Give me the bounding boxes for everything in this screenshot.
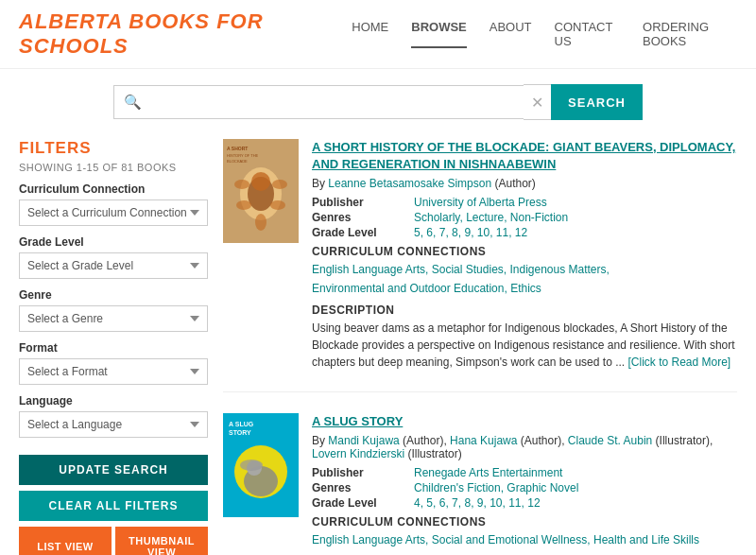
curr-health[interactable]: Health and Life Skills <box>593 533 699 546</box>
search-bar: 🔍 ✕ SEARCH <box>113 84 643 120</box>
filter-curriculum-select[interactable]: Select a Curriculum Connection <box>19 199 208 226</box>
genre-scholarly[interactable]: Scholarly <box>414 211 459 224</box>
nav-about[interactable]: ABOUT <box>490 20 532 48</box>
grade-value: 4, 5, 6, 7, 8, 9, 10, 11, 12 <box>414 496 737 510</box>
list-view-button[interactable]: LIST VIEW <box>19 527 112 555</box>
book-title[interactable]: A SHORT HISTORY OF THE BLOCKADE: GIANT B… <box>312 139 737 173</box>
grade-label: Grade Level <box>312 226 406 239</box>
thumbnail-view-button[interactable]: THUMBNAIL VIEW <box>115 527 208 555</box>
filter-language-select[interactable]: Select a Language <box>19 411 208 438</box>
book-title[interactable]: A SLUG STORY <box>312 413 737 430</box>
filters-title: FILTERS <box>19 139 208 158</box>
book-meta: Publisher University of Alberta Press Ge… <box>312 196 737 239</box>
curriculum-links: English Language Arts, Social Studies, I… <box>312 261 737 297</box>
grade-5[interactable]: 5 <box>414 226 421 239</box>
grade-12[interactable]: 12 <box>515 226 527 239</box>
publisher-value: Renegade Arts Entertainment <box>414 466 737 479</box>
read-more-link[interactable]: [Click to Read More] <box>628 356 731 369</box>
grade-7[interactable]: 7 <box>439 226 446 239</box>
curriculum-head: CURRICULUM CONNECTIONS <box>312 515 737 529</box>
grade-11[interactable]: 11 <box>496 226 508 239</box>
filter-language: Language Select a Language <box>19 394 208 438</box>
svg-point-5 <box>272 180 287 189</box>
grade-value: 5, 6, 7, 8, 9, 10, 11, 12 <box>414 226 737 239</box>
grade-4[interactable]: 4 <box>414 496 421 510</box>
genre-childrens[interactable]: Children's Fiction <box>414 481 501 494</box>
publisher-link[interactable]: Renegade Arts Entertainment <box>414 466 562 479</box>
filter-grade: Grade Level Select a Grade Level <box>19 235 208 279</box>
author-mandi[interactable]: Mandi Kujawa <box>328 434 399 447</box>
curr-indigenous[interactable]: Indigenous Matters <box>509 263 606 276</box>
svg-point-7 <box>270 200 285 210</box>
author-hana[interactable]: Hana Kujawa <box>450 434 517 447</box>
nav-browse[interactable]: BROWSE <box>411 20 467 48</box>
curriculum-links: English Language Arts, Social and Emotio… <box>312 531 737 549</box>
svg-point-3 <box>251 172 270 191</box>
genre-lecture[interactable]: Lecture <box>466 211 504 224</box>
filter-language-label: Language <box>19 394 208 408</box>
curr-ela[interactable]: English Language Arts <box>312 263 425 276</box>
author-claude[interactable]: Claude St. Aubin <box>568 434 652 447</box>
search-button[interactable]: SEARCH <box>551 84 643 120</box>
filter-genre-select[interactable]: Select a Genre <box>19 305 208 332</box>
filter-genre-label: Genre <box>19 288 208 302</box>
book-cover-image: A SLUG STORY <box>223 413 299 517</box>
book-item: A SHORT HISTORY OF THE BLOCKADE A SHORT … <box>223 139 737 392</box>
book-cover: A SHORT HISTORY OF THE BLOCKADE <box>223 139 299 371</box>
book-item: A SLUG STORY A SLUG STORY By Mandi Kujaw… <box>223 413 737 555</box>
genre-nonfiction[interactable]: Non-Fiction <box>510 211 568 224</box>
filter-grade-label: Grade Level <box>19 235 208 249</box>
nav-ordering[interactable]: ORDERING BOOKS <box>643 20 737 48</box>
publisher-link[interactable]: University of Alberta Press <box>414 196 547 209</box>
grade-7[interactable]: 7 <box>452 496 458 510</box>
search-input[interactable] <box>147 95 514 110</box>
nav-home[interactable]: HOME <box>352 20 388 48</box>
search-icon: 🔍 <box>124 94 142 111</box>
author-link[interactable]: Leanne Betasamosake Simpson <box>328 177 491 190</box>
publisher-value: University of Alberta Press <box>414 196 737 209</box>
svg-text:A SLUG: A SLUG <box>229 421 254 427</box>
curr-ethics[interactable]: Ethics <box>510 282 541 295</box>
update-search-button[interactable]: UPDATE SEARCH <box>19 455 208 485</box>
filter-curriculum-label: Curriculum Connection <box>19 182 208 196</box>
curr-social[interactable]: Social Studies <box>432 263 504 276</box>
showing-text: SHOWING 1-15 OF 81 BOOKS <box>19 162 208 173</box>
site-title: ALBERTA BOOKS FOR SCHOOLS <box>19 9 352 59</box>
book-author: By Mandi Kujawa (Author), Hana Kujawa (A… <box>312 434 737 460</box>
publisher-label: Publisher <box>312 196 406 209</box>
grade-12[interactable]: 12 <box>527 496 540 510</box>
grade-6[interactable]: 6 <box>426 226 433 239</box>
search-clear-button[interactable]: ✕ <box>524 84 551 120</box>
main-nav: HOME BROWSE ABOUT CONTACT US ORDERING BO… <box>352 20 737 48</box>
genre-graphic[interactable]: Graphic Novel <box>507 481 578 494</box>
svg-point-6 <box>236 200 251 210</box>
author-lovern[interactable]: Lovern Kindzierski <box>312 447 404 460</box>
grade-5[interactable]: 5 <box>426 496 433 510</box>
view-toggle: LIST VIEW THUMBNAIL VIEW <box>19 527 208 555</box>
filter-curriculum: Curriculum Connection Select a Curriculu… <box>19 182 208 226</box>
grade-9[interactable]: 9 <box>464 226 471 239</box>
grade-9[interactable]: 9 <box>477 496 484 510</box>
svg-text:A SHORT: A SHORT <box>227 146 248 151</box>
main-layout: FILTERS SHOWING 1-15 OF 81 BOOKS Curricu… <box>0 130 756 555</box>
description-head: DESCRIPTION <box>312 304 737 317</box>
curr-env[interactable]: Environmental and Outdoor Education <box>312 282 504 295</box>
curr-ela[interactable]: English Language Arts <box>312 533 425 546</box>
filter-format-select[interactable]: Select a Format <box>19 358 208 385</box>
curr-social-emotional[interactable]: Social and Emotional Wellness <box>432 533 588 546</box>
grade-6[interactable]: 6 <box>439 496 446 510</box>
book-author: By Leanne Betasamosake Simpson (Author) <box>312 177 737 190</box>
results: A SHORT HISTORY OF THE BLOCKADE A SHORT … <box>223 139 737 555</box>
book-info: A SLUG STORY By Mandi Kujawa (Author), H… <box>312 413 737 555</box>
book-meta: Publisher Renegade Arts Entertainment Ge… <box>312 466 737 510</box>
search-input-wrap: 🔍 <box>113 85 524 119</box>
grade-8[interactable]: 8 <box>464 496 471 510</box>
grade-11[interactable]: 11 <box>508 496 521 510</box>
nav-contact[interactable]: CONTACT US <box>555 20 620 48</box>
grade-10[interactable]: 10 <box>490 496 502 510</box>
filter-grade-select[interactable]: Select a Grade Level <box>19 252 208 279</box>
grade-10[interactable]: 10 <box>477 226 490 239</box>
filter-format-label: Format <box>19 341 208 355</box>
clear-filters-button[interactable]: CLEAR ALL FILTERS <box>19 491 208 521</box>
grade-8[interactable]: 8 <box>452 226 458 239</box>
